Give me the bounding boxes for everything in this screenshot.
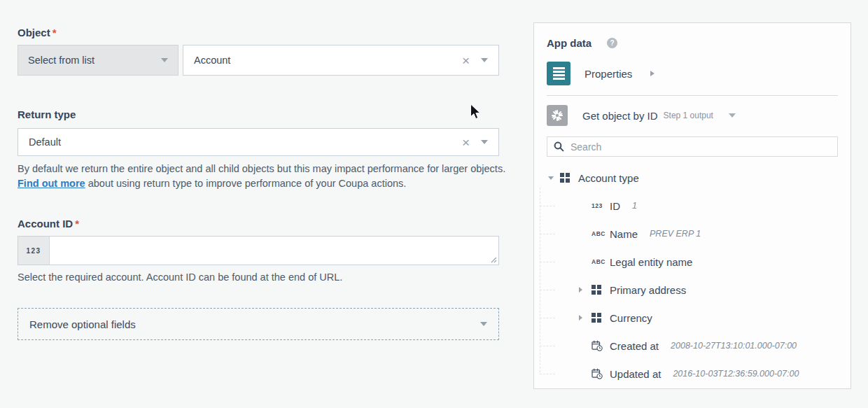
clear-icon[interactable]: × — [462, 54, 470, 67]
object-type-icon — [560, 173, 570, 183]
resize-handle-icon[interactable] — [491, 257, 497, 263]
account-id-input[interactable] — [50, 237, 498, 265]
return-type-label: Return type — [18, 108, 76, 120]
return-type-field-row: Default × — [18, 128, 499, 156]
tree-item-label: Name — [610, 228, 638, 240]
calendar-clock-icon — [592, 340, 603, 351]
required-asterisk: * — [75, 218, 79, 230]
return-type-value-text: Default — [29, 136, 61, 148]
object-type-icon — [592, 313, 601, 323]
account-id-field-label: Account ID* — [18, 218, 79, 230]
tree-item-primary-address[interactable]: Primary address — [547, 276, 838, 304]
chevron-down-icon[interactable] — [481, 58, 488, 62]
search-icon — [554, 141, 564, 152]
tree-item-account-type[interactable]: Account type — [547, 164, 838, 192]
chevron-down-icon[interactable] — [729, 113, 736, 118]
tree-item-value: 2008-10-27T13:10:01.000-07:00 — [671, 341, 797, 351]
type-icon-slot — [592, 340, 610, 351]
app-data-header: App data ? — [547, 37, 838, 49]
chevron-down-icon — [480, 322, 487, 326]
type-icon-slot — [592, 285, 610, 295]
caret-collapsed-icon[interactable] — [579, 287, 582, 293]
step-source-meta: Step 1 output — [664, 111, 713, 120]
mouse-cursor — [470, 104, 482, 122]
help-icon[interactable]: ? — [607, 38, 617, 48]
properties-source-item[interactable]: Properties — [547, 62, 838, 85]
required-asterisk: * — [52, 27, 57, 38]
tree-item-id[interactable]: 123 ID 1 — [547, 192, 838, 220]
select-from-list-label: Select from list — [28, 55, 94, 66]
type-icon-slot: 123 — [592, 202, 610, 209]
object-value-text: Account — [194, 55, 230, 66]
object-field-label: Object* — [18, 27, 57, 38]
tree-item-updated-at[interactable]: Updated at 2016-10-03T12:36:59.000-07:00 — [547, 360, 838, 388]
find-out-more-link[interactable]: Find out more — [18, 178, 85, 189]
caret-collapsed-icon[interactable] — [579, 315, 582, 321]
type-icon-slot — [592, 368, 610, 379]
tree-item-label: Created at — [610, 340, 659, 352]
properties-list-icon — [547, 62, 570, 85]
tree-item-value: PREV ERP 1 — [650, 229, 701, 239]
return-type-combobox[interactable]: Default × — [18, 128, 499, 156]
help-line-1: By default we return the entire object a… — [18, 163, 505, 174]
type-icon-slot — [560, 173, 578, 183]
tree-item-created-at[interactable]: Created at 2008-10-27T13:10:01.000-07:00 — [547, 332, 838, 360]
tree-item-label: ID — [610, 200, 620, 212]
type-icon-slot — [592, 313, 610, 323]
calendar-clock-icon — [592, 368, 603, 379]
tree-item-name[interactable]: ABC Name PREV ERP 1 — [547, 220, 838, 248]
object-label-text: Object — [18, 27, 50, 38]
tree-item-label: Primary address — [610, 284, 686, 296]
chevron-down-icon — [161, 58, 168, 62]
remove-optional-fields-dropdown[interactable]: Remove optional fields — [18, 308, 499, 340]
help-line-2: about using return type to improve perfo… — [88, 178, 407, 189]
type-icon-slot: ABC — [592, 258, 610, 265]
properties-label: Properties — [584, 68, 632, 80]
chevron-right-icon — [650, 71, 654, 76]
account-id-field: 123 — [18, 236, 499, 265]
number-type-icon: 123 — [592, 202, 603, 209]
tree-item-label: Legal entity name — [610, 256, 692, 268]
tree-item-value: 2016-10-03T12:36:59.000-07:00 — [673, 369, 799, 379]
tree-item-legal-entity-name[interactable]: ABC Legal entity name — [547, 248, 838, 276]
chevron-down-icon[interactable] — [481, 140, 488, 144]
type-icon-slot: ABC — [592, 230, 610, 237]
object-value-combobox[interactable]: Account × — [183, 45, 499, 76]
schema-tree: Account type 123 ID 1 ABC Name PREV ERP … — [547, 164, 838, 388]
account-id-help-text: Select the required account. Account ID … — [18, 272, 507, 283]
app-data-title: App data — [547, 37, 592, 49]
account-id-label-text: Account ID — [18, 218, 73, 230]
string-type-icon: ABC — [592, 230, 606, 237]
tree-item-label: Currency — [610, 312, 652, 324]
tree-item-label: Account type — [578, 172, 639, 184]
app-data-panel: App data ? Properties Get object by ID S… — [533, 22, 851, 389]
tree-item-currency[interactable]: Currency — [547, 304, 838, 332]
tree-item-label: Updated at — [610, 368, 661, 380]
panel-divider — [547, 95, 838, 96]
number-type-prefix-icon: 123 — [18, 237, 50, 265]
step-output-source-item[interactable]: Get object by ID Step 1 output — [547, 105, 838, 126]
search-input[interactable] — [570, 141, 831, 153]
object-field-row: Select from list Account × — [18, 45, 499, 76]
step-source-label: Get object by ID — [582, 110, 658, 122]
remove-optional-fields-label: Remove optional fields — [29, 318, 136, 330]
caret-expanded-icon[interactable] — [548, 176, 554, 180]
object-source-select-button[interactable]: Select from list — [18, 45, 178, 76]
schema-search-box — [547, 136, 838, 157]
clear-icon[interactable]: × — [462, 136, 470, 149]
object-type-icon — [592, 285, 601, 295]
coupa-app-icon — [547, 105, 568, 126]
string-type-icon: ABC — [592, 258, 606, 265]
return-type-help-text: By default we return the entire object a… — [18, 162, 507, 191]
tree-item-value: 1 — [632, 201, 637, 211]
